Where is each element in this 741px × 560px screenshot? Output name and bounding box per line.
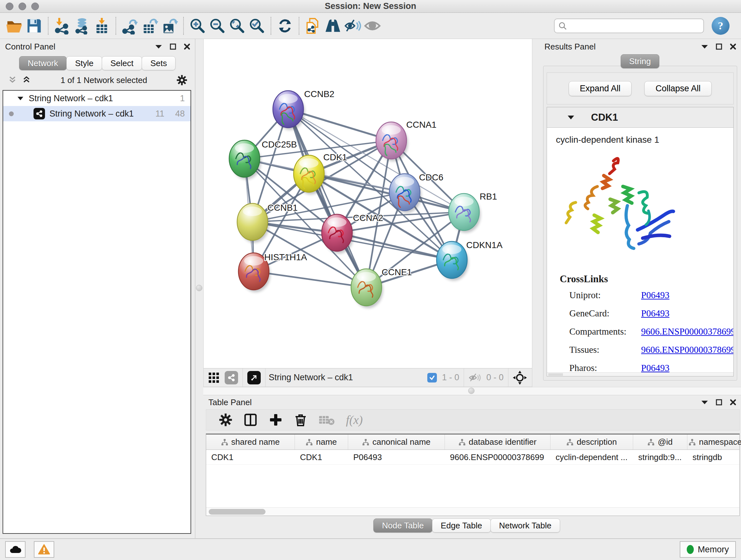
left-splitter[interactable]: [195, 39, 203, 538]
selected-node-edge-counts: 1 - 0: [442, 373, 459, 382]
binoculars-icon: [324, 17, 341, 35]
warning-icon: [38, 544, 50, 555]
zoom-in-button[interactable]: [188, 16, 207, 36]
network-collection-row[interactable]: String Network – cdk1 1: [3, 91, 191, 106]
export-image-button[interactable]: [159, 16, 179, 36]
grid-mode-icon[interactable]: [208, 372, 219, 383]
gear-icon[interactable]: [177, 75, 187, 85]
help-button[interactable]: ?: [712, 17, 730, 35]
panel-menu-icon[interactable]: [701, 400, 709, 405]
crosslink-tissues-link[interactable]: 9606.ENSP00000378699: [641, 345, 733, 355]
gene-card-header[interactable]: CDK1: [547, 107, 733, 128]
scrollbar-thumb[interactable]: [209, 509, 266, 515]
function-builder-icon-disabled: f(x): [346, 413, 363, 427]
cloud-status-button[interactable]: [5, 541, 25, 558]
expand-all-button[interactable]: Expand All: [569, 81, 632, 96]
export-table-button[interactable]: [140, 16, 159, 36]
crosslink-compartments-link[interactable]: 9606.ENSP00000378699: [641, 326, 733, 337]
import-table-icon: [93, 17, 111, 35]
crosslink-genecard-link[interactable]: P06493: [641, 308, 733, 319]
import-network-button[interactable]: [52, 16, 72, 36]
table-cell: stringdb: [687, 450, 741, 464]
show-all-button[interactable]: [362, 16, 382, 36]
export-network-button[interactable]: [120, 16, 140, 36]
column-header-description[interactable]: description: [550, 435, 633, 449]
warnings-button[interactable]: [34, 541, 54, 558]
collapse-all-button[interactable]: Collapse All: [644, 81, 712, 96]
control-tab-style[interactable]: Style: [66, 56, 102, 70]
collection-count: 1: [180, 94, 185, 104]
close-panel-icon[interactable]: [730, 43, 737, 50]
table-tab-edge-table[interactable]: Edge Table: [432, 518, 491, 533]
column-header-namespace[interactable]: namespace: [687, 435, 741, 449]
table-settings-gear-icon[interactable]: [219, 413, 232, 427]
panel-menu-icon[interactable]: [155, 44, 162, 49]
splitter-knob[interactable]: [196, 285, 202, 291]
crosslink-pharos-link[interactable]: P06493: [641, 363, 733, 372]
clone-network-button[interactable]: [303, 16, 323, 36]
network-type-badge-icon[interactable]: [225, 371, 238, 384]
table-tabs: Node TableEdge TableNetwork Table: [203, 518, 741, 538]
import-database-button[interactable]: [72, 16, 92, 36]
first-neighbors-button[interactable]: [323, 16, 343, 36]
gene-expander-icon[interactable]: [567, 115, 575, 120]
column-tree-icon: [362, 439, 369, 446]
network-canvas[interactable]: CCNB2CCNA1CDC25BCDK1CDC6RB1CCNB1CCNA2CDK…: [204, 39, 532, 368]
hide-selected-button[interactable]: [343, 16, 362, 36]
memory-button[interactable]: Memory: [680, 541, 736, 558]
control-tab-network[interactable]: Network: [19, 56, 67, 70]
crosslink-uniprot-link[interactable]: P06493: [641, 290, 733, 300]
horizontal-splitter[interactable]: [203, 387, 741, 395]
refresh-button[interactable]: [275, 16, 295, 36]
table-tab-node-table[interactable]: Node Table: [374, 518, 432, 533]
column-header-name[interactable]: name: [295, 435, 348, 449]
birds-eye-view-icon[interactable]: [247, 371, 261, 384]
control-tab-sets[interactable]: Sets: [142, 56, 176, 70]
splitter-knob[interactable]: [468, 388, 475, 394]
zoom-out-icon: [209, 17, 226, 35]
table-panel-title: Table Panel: [208, 397, 252, 408]
zoom-fit-button[interactable]: [227, 16, 247, 36]
right-splitter[interactable]: [532, 39, 539, 387]
search-field[interactable]: [554, 18, 704, 33]
search-input[interactable]: [569, 21, 699, 30]
crosslink-label: Uniprot:: [569, 290, 641, 300]
column-header-canonical-name[interactable]: canonical name: [348, 435, 445, 449]
node-label-HIST1H1A: HIST1H1A: [264, 252, 307, 262]
results-tab-string[interactable]: String: [621, 54, 660, 68]
open-session-button[interactable]: [4, 16, 24, 36]
network-row-selected[interactable]: String Network – cdk1 11 48: [3, 106, 191, 121]
close-panel-icon[interactable]: [184, 43, 191, 50]
network-edge-count: 48: [175, 109, 185, 119]
column-header-database-identifier[interactable]: database identifier: [445, 435, 550, 449]
gene-symbol: CDK1: [591, 112, 618, 123]
expand-all-icon[interactable]: [22, 75, 31, 85]
fit-content-crosshair-icon[interactable]: [513, 371, 527, 385]
save-session-button[interactable]: [24, 16, 44, 36]
toolbar-separator: [48, 17, 49, 35]
panel-menu-icon[interactable]: [701, 44, 709, 49]
column-tree-icon: [566, 439, 574, 446]
import-table-button[interactable]: [92, 16, 112, 36]
control-tab-select[interactable]: Select: [102, 56, 142, 70]
show-columns-icon[interactable]: [243, 413, 258, 427]
collapse-all-icon[interactable]: [8, 75, 17, 85]
float-panel-icon[interactable]: [716, 399, 723, 406]
gene-card: CDK1 cyclin-dependent kinase 1: [547, 107, 734, 376]
delete-column-icon[interactable]: [293, 413, 308, 427]
card-scrollbar[interactable]: [547, 372, 733, 376]
table-row[interactable]: CDK1CDK1P064939606.ENSP00000378699cyclin…: [206, 450, 739, 464]
table-tab-network-table[interactable]: Network Table: [490, 518, 560, 533]
column-header-shared-name[interactable]: shared name: [206, 435, 295, 449]
zoom-out-button[interactable]: [207, 16, 227, 36]
close-panel-icon[interactable]: [730, 399, 737, 406]
add-column-icon[interactable]: [269, 413, 283, 427]
gene-description: cyclin-dependent kinase 1: [556, 135, 725, 145]
table-h-scrollbar[interactable]: [206, 507, 739, 516]
collection-expander-icon[interactable]: [17, 96, 23, 101]
selected-items-checkbox[interactable]: [427, 373, 437, 382]
float-panel-icon[interactable]: [716, 43, 723, 50]
column-header--id[interactable]: @id: [633, 435, 687, 449]
float-panel-icon[interactable]: [170, 43, 177, 50]
zoom-selected-button[interactable]: [247, 16, 267, 36]
